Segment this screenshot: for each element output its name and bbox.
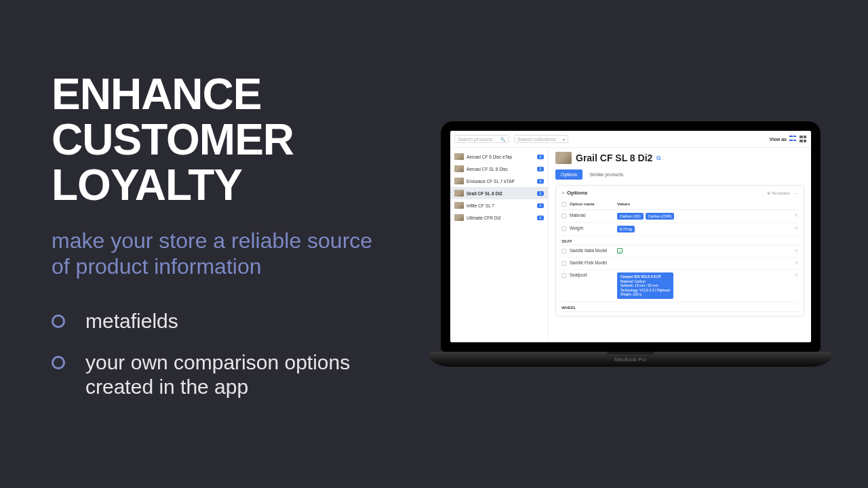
- product-thumb: [454, 202, 464, 209]
- bullet-list: metafields your own comparison options c…: [52, 309, 393, 400]
- col-values: Values: [617, 202, 798, 207]
- edit-icon[interactable]: ✎: [790, 260, 798, 265]
- chevron-down-icon: ▾: [563, 137, 565, 142]
- grid-view-icon[interactable]: [800, 136, 807, 143]
- product-thumb: [454, 153, 464, 160]
- laptop-mockup: Search products 🔍 Search collections ▾ V…: [393, 121, 868, 367]
- topbar: Search products 🔍 Search collections ▾ V…: [450, 131, 811, 148]
- count-badge: 1: [537, 191, 544, 196]
- headline-line: CUSTOMER: [52, 117, 393, 163]
- search-placeholder: Search collections: [517, 137, 556, 142]
- main-area: Aeroad CF 8 Disc eTap1 Aeroad CF SL 8 Di…: [450, 148, 811, 342]
- product-thumb: [454, 190, 464, 197]
- search-icon: 🔍: [500, 137, 505, 142]
- value-tag[interactable]: Carbon (CFR): [646, 213, 675, 220]
- edit-icon[interactable]: ✎: [790, 226, 798, 230]
- headline: ENHANCE CUSTOMER LOYALTY: [52, 72, 393, 209]
- headline-line: ENHANCE: [52, 72, 393, 117]
- option-name: Saddle Fizik Model: [570, 260, 617, 265]
- external-link-icon[interactable]: ⧉: [656, 155, 660, 162]
- list-icon: ≡: [561, 190, 564, 195]
- count-badge: 1: [537, 179, 544, 184]
- checkbox[interactable]: [561, 249, 566, 253]
- sidebar-item[interactable]: Endurace CF SL 7 eTAP1: [450, 175, 548, 187]
- checkbox[interactable]: [561, 202, 566, 207]
- sidebar-item[interactable]: Aeroad CF SL 8 Disc1: [450, 163, 548, 175]
- view-as-toggle: View as: [769, 136, 807, 143]
- edit-icon[interactable]: ✎: [790, 248, 798, 253]
- search-collections-input[interactable]: Search collections ▾: [514, 135, 568, 143]
- bullet-item: metafields: [52, 309, 393, 334]
- sidebar-item[interactable]: Ultimate CFR Di21: [450, 211, 548, 224]
- options-header-row: Option name Values: [561, 200, 798, 210]
- laptop-bezel: Search products 🔍 Search collections ▾ V…: [441, 121, 821, 352]
- edit-icon[interactable]: ✎: [790, 213, 798, 218]
- option-row: Material Carbon (CF) Carbon (CFR) ✎: [561, 210, 798, 223]
- sidebar-item[interactable]: Grail CF SL 8 Di21: [450, 187, 548, 199]
- col-option-name: Option name: [570, 202, 617, 207]
- sidebar-item-label: Ultimate CFR Di2: [467, 216, 534, 220]
- bullet-text: metafields: [85, 309, 178, 334]
- app-screen: Search products 🔍 Search collections ▾ V…: [450, 131, 811, 342]
- option-name: Material: [570, 213, 617, 218]
- edit-icon[interactable]: ✎: [790, 272, 798, 277]
- product-title-row: Grail CF SL 8 Di2 ⧉: [555, 152, 804, 164]
- product-thumb: [454, 165, 464, 172]
- search-placeholder: Search products: [458, 137, 492, 142]
- tab-similar-products[interactable]: Similar products: [584, 169, 629, 180]
- checkbox[interactable]: [561, 214, 566, 218]
- check-icon: ✓: [617, 248, 623, 253]
- value-tag[interactable]: Carbon (CF): [617, 213, 644, 220]
- sidebar-item-label: Aeroad CF SL 8 Disc: [467, 167, 534, 171]
- templates-button[interactable]: ⊕ Templates: [767, 190, 790, 195]
- count-badge: 1: [537, 216, 544, 220]
- checkbox[interactable]: [561, 226, 566, 231]
- view-as-label: View as: [769, 137, 787, 142]
- count-badge: 1: [537, 203, 544, 208]
- search-products-input[interactable]: Search products 🔍: [454, 135, 509, 143]
- bullet-ring-icon: [52, 356, 65, 369]
- product-thumb: [454, 178, 464, 184]
- sidebar-item-label: Endurace CF SL 7 eTAP: [467, 179, 534, 184]
- sidebar-item-label: Aeroad CF 8 Disc eTap: [467, 155, 534, 159]
- product-detail: Grail CF SL 8 Di2 ⧉ Options Similar prod…: [549, 148, 811, 342]
- value-tag[interactable]: 8.70 kg: [617, 226, 635, 232]
- section-header: SEAT: [561, 236, 798, 245]
- laptop-base: MacBook Pro: [430, 352, 831, 367]
- sidebar-item[interactable]: Aeroad CF 8 Disc eTap1: [450, 150, 548, 163]
- headline-line: LOYALTY: [52, 163, 393, 208]
- option-name: Weight: [570, 226, 617, 230]
- marketing-copy: ENHANCE CUSTOMER LOYALTY make your store…: [0, 72, 393, 416]
- value-tag-multiline[interactable]: Canyon S15 VCLS 2.0 CF Material: Carbon …: [617, 272, 673, 299]
- section-header: WHEEL: [561, 302, 798, 312]
- bullet-item: your own comparison options created in t…: [52, 350, 393, 400]
- bullet-text: your own comparison options created in t…: [85, 350, 393, 400]
- subheadline: make your store a reliable source of pro…: [52, 228, 393, 280]
- option-row: Weight 8.70 kg ✎: [561, 223, 798, 236]
- product-title: Grail CF SL 8 Di2: [576, 152, 652, 163]
- options-panel: ≡ Options ⊕ Templates ⋯ Option name: [555, 185, 804, 317]
- sidebar-item[interactable]: Inflite CF SL 71: [450, 199, 548, 211]
- product-hero-thumb: [555, 152, 572, 164]
- option-row: Saddle Italia Model ✓ ✎: [561, 245, 798, 258]
- checkbox[interactable]: [561, 273, 566, 278]
- product-thumb: [454, 214, 464, 221]
- count-badge: 1: [537, 155, 544, 159]
- checkbox[interactable]: [561, 261, 566, 266]
- sidebar-item-label: Grail CF SL 8 Di2: [467, 191, 534, 196]
- option-row: Seatpost Canyon S15 VCLS 2.0 CF Material…: [561, 270, 798, 302]
- more-menu-icon[interactable]: ⋯: [794, 190, 798, 195]
- list-view-icon[interactable]: [789, 136, 797, 143]
- count-badge: 1: [537, 167, 544, 171]
- laptop-brand: MacBook Pro: [614, 357, 647, 362]
- tab-options[interactable]: Options: [555, 169, 583, 180]
- bullet-ring-icon: [52, 314, 65, 328]
- laptop-notch: [607, 352, 654, 354]
- detail-tabs: Options Similar products: [555, 169, 804, 180]
- templates-icon: ⊕: [767, 191, 770, 195]
- option-row: Saddle Fizik Model ✎: [561, 258, 798, 270]
- option-name: Saddle Italia Model: [570, 248, 617, 253]
- panel-title: Options: [567, 190, 587, 196]
- sidebar-item-label: Inflite CF SL 7: [467, 203, 534, 208]
- option-name: Seatpost: [570, 272, 617, 277]
